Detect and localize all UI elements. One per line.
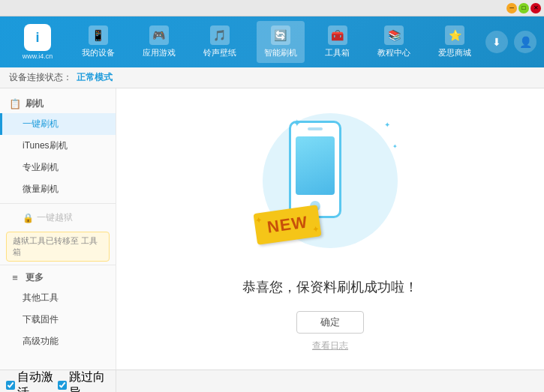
nav-icon-recommended: ⭐ (445, 25, 464, 45)
header: i www.i4.cn 📱 我的设备 🎮 应用游戏 🎵 铃声壁纸 🔄 智能刷机 … (0, 16, 544, 67)
nav-icon-apps-games: 🎮 (149, 25, 169, 45)
bottom-checkboxes: 自动激活 跳过向导 (0, 370, 116, 392)
wizard-text: 跳过向导 (69, 370, 110, 393)
sidebar-more-section: ≡ 更多 (0, 268, 116, 287)
lock-icon: 🔒 (23, 213, 34, 223)
warning-text: 越狱工具已转移至 工具箱 (13, 236, 98, 256)
sidebar-divider-2 (0, 265, 116, 265)
more-section-label: 更多 (26, 271, 44, 284)
phone-illustration (289, 121, 341, 218)
sidebar-item-advanced[interactable]: 高级功能 (0, 331, 116, 352)
nav-icon-smart-flash: 🔄 (271, 25, 290, 45)
sidebar-item-itunes-flash[interactable]: iTunes刷机 (0, 135, 116, 157)
nav-item-toolbox[interactable]: 🧰 工具箱 (317, 21, 357, 63)
sidebar-item-one-click-flash[interactable]: 一键刷机 (0, 113, 116, 135)
close-button[interactable]: ✕ (530, 3, 541, 13)
nav-item-smart-flash[interactable]: 🔄 智能刷机 (257, 21, 305, 63)
logo[interactable]: i www.i4.cn (8, 24, 68, 60)
sidebar-item-other-tools[interactable]: 其他工具 (0, 287, 116, 309)
nav-label-ringtones: 铃声壁纸 (203, 47, 236, 58)
sparkle-2: ✦ (384, 121, 390, 129)
auto-start-label[interactable]: 自动激活 (6, 370, 58, 393)
header-right: ⬇ 👤 (485, 31, 536, 53)
nav-icon-toolbox: 🧰 (328, 25, 347, 45)
sparkle-3: ✦ (392, 143, 398, 150)
nav-item-tutorial[interactable]: 📚 教程中心 (370, 21, 418, 63)
sidebar-jailbreak-disabled: 🔒 一键越狱 (0, 207, 116, 229)
logo-text: www.i4.cn (23, 52, 53, 60)
nav-item-my-device[interactable]: 📱 我的设备 (74, 21, 122, 63)
nav-label-recommended: 爱思商城 (438, 47, 471, 58)
wizard-checkbox[interactable] (58, 381, 67, 390)
logo-icon: i (24, 24, 51, 51)
nav-item-apps-games[interactable]: 🎮 应用游戏 (135, 21, 183, 63)
sidebar-divider-1 (0, 203, 116, 204)
status-label: 设备连接状态： (9, 71, 72, 84)
status-bar: 设备连接状态： 正常模式 (0, 67, 544, 88)
minimize-button[interactable]: ─ (506, 3, 517, 13)
auto-start-checkbox[interactable] (6, 381, 15, 390)
new-badge: NEW (255, 209, 320, 241)
status-value: 正常模式 (77, 71, 113, 84)
nav-item-ringtones[interactable]: 🎵 铃声壁纸 (196, 21, 244, 63)
nav-label-apps-games: 应用游戏 (143, 47, 176, 58)
more-section-icon: ≡ (9, 272, 21, 284)
phone-screen (296, 136, 335, 195)
retry-link[interactable]: 查看日志 (312, 340, 348, 352)
success-message: 恭喜您，保资料刷机成功啦！ (242, 278, 418, 296)
nav-item-recommended[interactable]: ⭐ 爱思商城 (431, 21, 479, 63)
flash-section-label: 刷机 (26, 97, 44, 110)
nav-icon-my-device: 📱 (89, 25, 108, 45)
flash-section-icon: 📋 (9, 98, 21, 110)
sparkle-1: ✦ (293, 117, 302, 129)
auto-start-text: 自动激活 (17, 370, 58, 393)
user-button[interactable]: 👤 (514, 31, 536, 53)
bottom-section: 自动激活 跳过向导 📱 iPhone 12 mini 64GB Down-12m… (0, 370, 544, 392)
window-controls: ─ □ ✕ (506, 3, 541, 13)
nav-label-my-device: 我的设备 (82, 47, 115, 58)
nav-label-toolbox: 工具箱 (325, 47, 350, 58)
jailbreak-label: 一键越狱 (37, 211, 73, 224)
sidebar-item-download-firmware[interactable]: 下载固件 (0, 309, 116, 331)
wizard-label[interactable]: 跳过向导 (58, 370, 110, 393)
bottom-top-right (116, 370, 544, 392)
nav-icon-tutorial: 📚 (384, 25, 404, 45)
nav-items: 📱 我的设备 🎮 应用游戏 🎵 铃声壁纸 🔄 智能刷机 🧰 工具箱 📚 教程中心… (68, 21, 485, 63)
content-area: ✦ ✦ ✦ NEW 恭喜您，保资料刷机成功啦！ 确定 查看日志 (116, 88, 544, 370)
maximize-button[interactable]: □ (518, 3, 529, 13)
download-button[interactable]: ⬇ (485, 31, 508, 53)
sidebar-warning-box: 越狱工具已转移至 工具箱 (6, 232, 110, 262)
title-bar: ─ □ ✕ (0, 0, 544, 16)
sidebar-item-ota-flash[interactable]: 微量刷机 (0, 178, 116, 200)
nav-label-tutorial: 教程中心 (377, 47, 410, 58)
sidebar: 📋 刷机 一键刷机 iTunes刷机 专业刷机 微量刷机 🔒 一键越狱 越狱工具… (0, 88, 116, 370)
nav-label-smart-flash: 智能刷机 (264, 47, 297, 58)
sidebar-item-pro-flash[interactable]: 专业刷机 (0, 157, 116, 178)
confirm-button[interactable]: 确定 (296, 311, 364, 334)
new-ribbon-text: NEW (253, 205, 321, 245)
success-illustration: ✦ ✦ ✦ NEW (248, 106, 413, 263)
main-container: 📋 刷机 一键刷机 iTunes刷机 专业刷机 微量刷机 🔒 一键越狱 越狱工具… (0, 88, 544, 370)
sidebar-flash-section: 📋 刷机 (0, 94, 116, 113)
bottom-top-row: 自动激活 跳过向导 (0, 370, 544, 392)
nav-icon-ringtones: 🎵 (210, 25, 230, 45)
